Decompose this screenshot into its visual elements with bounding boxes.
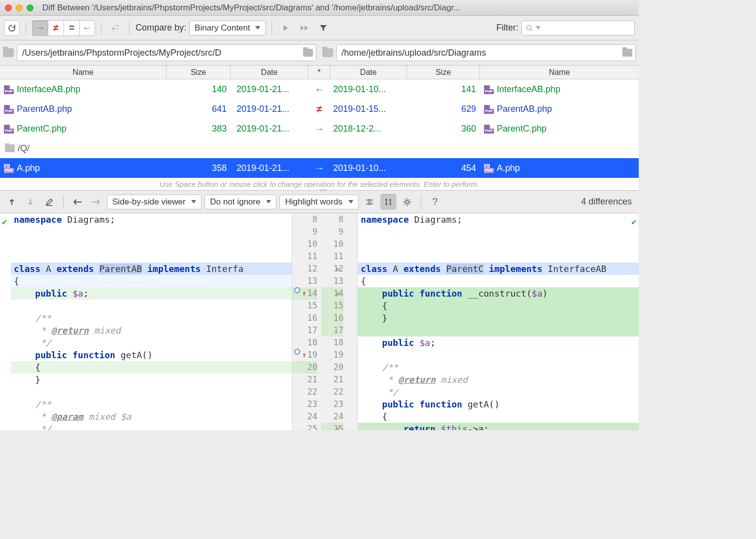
edit-button[interactable] bbox=[41, 194, 57, 210]
override-up-icon: ↑ bbox=[302, 287, 306, 300]
sync-scroll-button[interactable] bbox=[380, 194, 396, 210]
help-button[interactable]: ? bbox=[427, 194, 443, 210]
resize-handle[interactable] bbox=[319, 189, 327, 191]
col-name-right[interactable]: Name bbox=[480, 66, 639, 79]
row-size-left: 140 bbox=[212, 84, 227, 95]
close-window-button[interactable] bbox=[5, 4, 12, 11]
row-op-icon[interactable]: → bbox=[314, 163, 324, 174]
refresh-button[interactable] bbox=[4, 20, 20, 36]
copy-right-filter-button[interactable]: → bbox=[32, 20, 48, 36]
compare-by-combo[interactable]: Binary Content bbox=[189, 21, 265, 35]
code-line: public function getA() bbox=[11, 349, 292, 361]
code-line: class A extends ParentAB implements Inte… bbox=[11, 263, 292, 275]
left-path-input[interactable]: /Users/jetbrains/PhpstormProjects/MyProj… bbox=[17, 44, 316, 61]
chevron-down-icon bbox=[191, 200, 196, 203]
row-date-left: 2019-01-21... bbox=[237, 124, 289, 134]
row-size-right: 454 bbox=[461, 163, 476, 173]
php-file-icon: PHP bbox=[4, 84, 14, 94]
col-size-right[interactable]: Size bbox=[407, 66, 480, 79]
play-button[interactable] bbox=[278, 20, 294, 36]
code-line bbox=[11, 250, 292, 263]
highlight-mode-combo[interactable]: Highlight words bbox=[279, 195, 358, 209]
minimize-window-button[interactable] bbox=[16, 4, 23, 11]
row-op-icon[interactable]: ≠ bbox=[317, 103, 322, 115]
table-row[interactable]: PHPParentAB.php 641 2019-01-21... ≠ 2019… bbox=[0, 99, 639, 119]
table-row[interactable]: /Q/ bbox=[0, 138, 639, 158]
code-line bbox=[11, 300, 292, 312]
right-line-gutter: 89101112«1314«1516171819202122232425« bbox=[321, 213, 358, 430]
code-line: */ bbox=[11, 337, 292, 349]
operation-filter-group: → ≠ = ← bbox=[32, 20, 95, 36]
diff-toolbar: Side-by-side viewer Do not ignore Highli… bbox=[0, 191, 639, 213]
col-date-right[interactable]: Date bbox=[330, 66, 407, 79]
not-equal-filter-button[interactable]: ≠ bbox=[48, 20, 64, 36]
folder-icon bbox=[5, 144, 15, 152]
fast-forward-button[interactable] bbox=[297, 20, 312, 36]
path-row: /Users/jetbrains/PhpstormProjects/MyProj… bbox=[0, 40, 639, 66]
row-name-left: InterfaceAB.php bbox=[17, 84, 80, 95]
row-size-left: 641 bbox=[212, 104, 227, 114]
table-row[interactable]: PHPParentC.php 383 2019-01-21... → 2018-… bbox=[0, 119, 639, 138]
row-date-right: 2019-01-10... bbox=[333, 163, 386, 173]
copy-left-filter-button[interactable]: ← bbox=[79, 20, 95, 36]
separator bbox=[26, 21, 26, 35]
highlight-mode-value: Highlight words bbox=[285, 197, 342, 207]
php-file-icon: PHP bbox=[4, 163, 14, 173]
left-code-pane[interactable]: namespace Diagrams;class A extends Paren… bbox=[0, 213, 292, 430]
col-date-left[interactable]: Date bbox=[231, 66, 309, 79]
check-icon: ✔ bbox=[2, 215, 7, 228]
row-op-icon[interactable]: ← bbox=[314, 84, 324, 95]
breakpoint-icon[interactable] bbox=[294, 349, 300, 355]
right-path-box: /home/jetbrains/upload/src/Diagrams bbox=[322, 44, 636, 61]
row-date-right: 2019-01-15... bbox=[333, 104, 386, 114]
collapse-button[interactable] bbox=[362, 194, 378, 210]
code-line: namespace Diagrams; bbox=[11, 213, 292, 226]
row-name-right: InterfaceAB.php bbox=[497, 84, 560, 95]
row-name-right: ParentC.php bbox=[497, 124, 547, 134]
php-file-icon: PHP bbox=[484, 124, 494, 134]
code-line: } bbox=[358, 312, 639, 324]
php-file-icon: PHP bbox=[484, 104, 494, 114]
settings-button[interactable] bbox=[399, 194, 415, 210]
php-file-icon: PHP bbox=[484, 163, 494, 173]
col-name-left[interactable]: Name bbox=[0, 66, 167, 79]
row-date-right: 2019-01-10... bbox=[333, 84, 386, 95]
browse-folder-icon[interactable] bbox=[303, 49, 313, 57]
code-line bbox=[358, 349, 639, 361]
breakpoint-icon[interactable] bbox=[294, 287, 300, 293]
code-line: } bbox=[11, 373, 292, 386]
prev-diff-button[interactable] bbox=[4, 194, 20, 210]
forward-button[interactable] bbox=[88, 194, 104, 210]
table-row[interactable]: PHPA.php 358 2019-01-21... → 2019-01-10.… bbox=[0, 158, 639, 178]
code-line: public $a; bbox=[11, 287, 292, 300]
table-row[interactable]: PHPInterfaceAB.php 140 2019-01-21... ← 2… bbox=[0, 79, 639, 99]
apply-diff-icon[interactable]: « bbox=[336, 287, 341, 300]
table-header: Name Size Date * Date Size Name bbox=[0, 66, 639, 79]
next-diff-button[interactable] bbox=[23, 194, 38, 210]
row-op-icon[interactable]: → bbox=[314, 123, 324, 135]
separator bbox=[272, 21, 272, 35]
back-button[interactable] bbox=[69, 194, 85, 210]
right-code-pane[interactable]: namespace Diagrams;class A extends Paren… bbox=[358, 213, 639, 430]
right-path-input[interactable]: /home/jetbrains/upload/src/Diagrams bbox=[336, 44, 636, 61]
maximize-window-button[interactable] bbox=[27, 4, 34, 11]
row-size-right: 141 bbox=[461, 84, 476, 95]
equal-filter-button[interactable]: = bbox=[64, 20, 79, 36]
col-operation[interactable]: * bbox=[309, 66, 330, 79]
left-path-text: /Users/jetbrains/PhpstormProjects/MyProj… bbox=[22, 48, 221, 58]
sync-up-button[interactable] bbox=[107, 20, 123, 36]
row-name-left: /Q/ bbox=[18, 143, 30, 154]
code-line: * @return mixed bbox=[11, 324, 292, 337]
browse-folder-icon[interactable] bbox=[622, 49, 632, 57]
apply-diff-icon[interactable]: « bbox=[336, 423, 341, 430]
viewer-mode-combo[interactable]: Side-by-side viewer bbox=[107, 195, 202, 209]
ignore-mode-combo[interactable]: Do not ignore bbox=[205, 195, 276, 209]
col-size-left[interactable]: Size bbox=[167, 66, 231, 79]
separator bbox=[129, 21, 130, 35]
check-icon: ✔ bbox=[631, 215, 637, 228]
diff-panes: ✔ ✔ namespace Diagrams;class A extends P… bbox=[0, 213, 639, 430]
code-line bbox=[358, 250, 639, 263]
apply-diff-icon[interactable]: « bbox=[336, 263, 341, 275]
filter-icon-button[interactable] bbox=[315, 20, 331, 36]
filter-input[interactable] bbox=[521, 21, 635, 35]
